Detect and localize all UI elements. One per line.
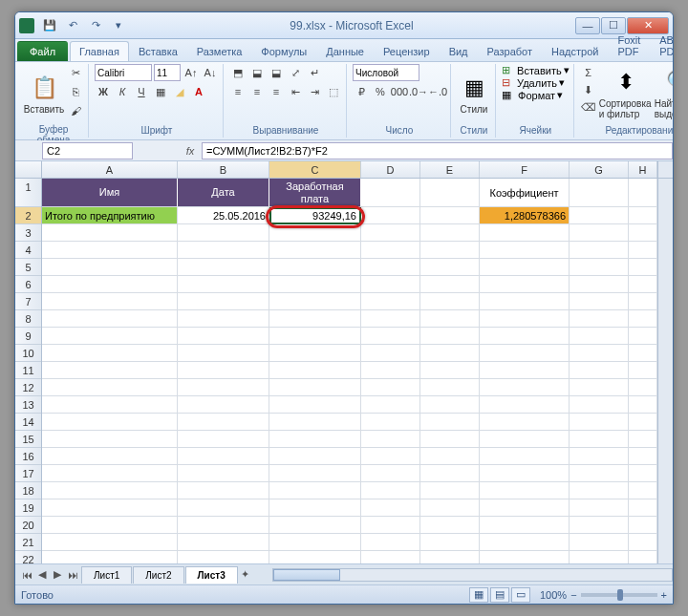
sheet-tab[interactable]: Лист1 — [81, 566, 132, 584]
underline-icon[interactable]: Ч — [133, 83, 150, 100]
row-header[interactable]: 8 — [15, 310, 41, 328]
cell-b2[interactable]: 25.05.2016 — [178, 207, 269, 224]
sheet-nav-prev-icon[interactable]: ◀ — [34, 567, 50, 583]
decrease-decimal-icon[interactable]: ←.0 — [429, 83, 446, 100]
col-header-d[interactable]: D — [361, 161, 420, 178]
row-header[interactable]: 16 — [15, 448, 41, 465]
increase-indent-icon[interactable]: ⇥ — [306, 83, 323, 100]
row-header[interactable]: 3 — [15, 224, 41, 242]
minimize-button[interactable]: — — [575, 17, 600, 34]
select-all-corner[interactable] — [15, 161, 42, 178]
find-select-button[interactable]: 🔍 Найти и выделить — [655, 64, 674, 123]
cut-icon[interactable]: ✂ — [67, 64, 84, 81]
tab-layout[interactable]: Разметка — [187, 41, 252, 61]
row-header[interactable]: 7 — [15, 293, 41, 310]
wrap-text-icon[interactable]: ↵ — [306, 64, 323, 81]
number-format-select[interactable] — [353, 64, 419, 81]
row-header[interactable]: 4 — [15, 242, 41, 259]
fx-icon[interactable]: fx — [181, 142, 200, 159]
align-left-icon[interactable]: ≡ — [229, 83, 247, 100]
row-header[interactable]: 15 — [15, 431, 41, 448]
row-header[interactable]: 9 — [15, 328, 41, 345]
tab-addins[interactable]: Надстрой — [542, 41, 608, 61]
cell-a2[interactable]: Итого по предприятию — [42, 207, 178, 224]
save-icon[interactable]: 💾 — [40, 16, 59, 35]
zoom-level[interactable]: 100% — [540, 589, 567, 601]
sheet-nav-next-icon[interactable]: ▶ — [50, 567, 65, 583]
merge-icon[interactable]: ⬚ — [325, 83, 342, 100]
font-color-icon[interactable]: A — [190, 83, 207, 100]
redo-icon[interactable]: ↷ — [86, 16, 105, 35]
tab-insert[interactable]: Вставка — [129, 41, 187, 61]
horizontal-scrollbar[interactable] — [272, 568, 673, 582]
delete-cells-button[interactable]: ⊟ Удалить ▾ — [502, 76, 565, 89]
col-header-e[interactable]: E — [420, 161, 480, 178]
zoom-slider[interactable] — [581, 593, 657, 597]
cell-f2[interactable]: 1,280578366 — [480, 207, 570, 224]
sort-filter-button[interactable]: ⬍ Сортировка и фильтр — [599, 64, 653, 123]
tab-foxit[interactable]: Foxit PDF — [608, 30, 650, 61]
font-name-select[interactable] — [95, 64, 152, 81]
tab-data[interactable]: Данные — [316, 41, 374, 61]
normal-view-icon[interactable]: ▦ — [469, 587, 488, 603]
cell-header[interactable]: Имя — [42, 179, 178, 207]
shrink-font-icon[interactable]: A↓ — [202, 64, 219, 81]
bold-icon[interactable]: Ж — [95, 83, 112, 100]
new-sheet-icon[interactable]: ✦ — [238, 567, 253, 583]
fill-color-icon[interactable]: ◢ — [171, 83, 188, 100]
increase-decimal-icon[interactable]: .0→ — [410, 83, 427, 100]
row-header[interactable]: 10 — [15, 345, 41, 362]
row-header[interactable]: 1 — [15, 179, 41, 207]
col-header-a[interactable]: A — [42, 161, 178, 178]
align-center-icon[interactable]: ≡ — [248, 83, 266, 100]
styles-button[interactable]: ▦ Стили — [457, 64, 491, 123]
sheet-tab[interactable]: Лист3 — [185, 566, 238, 584]
row-header[interactable]: 11 — [15, 362, 41, 379]
qat-dropdown-icon[interactable]: ▾ — [109, 16, 128, 35]
col-header-f[interactable]: F — [480, 161, 570, 178]
row-header[interactable]: 22 — [15, 551, 41, 563]
align-top-icon[interactable]: ⬒ — [229, 64, 247, 81]
row-header[interactable]: 12 — [15, 379, 41, 396]
zoom-out-icon[interactable]: − — [570, 589, 576, 601]
cell-header[interactable]: Заработная плата — [269, 179, 361, 207]
col-header-c[interactable]: C — [269, 161, 361, 178]
row-header[interactable]: 14 — [15, 414, 41, 431]
tab-abbyy[interactable]: ABBYY PDF — [650, 30, 674, 61]
row-header[interactable]: 20 — [15, 517, 41, 534]
orientation-icon[interactable]: ⤢ — [287, 64, 304, 81]
copy-icon[interactable]: ⎘ — [67, 83, 84, 100]
col-header-g[interactable]: G — [570, 161, 629, 178]
col-header-b[interactable]: B — [178, 161, 269, 178]
page-break-view-icon[interactable]: ▭ — [511, 587, 530, 603]
undo-icon[interactable]: ↶ — [63, 16, 82, 35]
cells-area[interactable]: Имя Дата Заработная плата Коэффициент Ит… — [42, 179, 657, 563]
row-header[interactable]: 5 — [15, 259, 41, 276]
name-box[interactable]: C2 — [42, 142, 133, 159]
format-painter-icon[interactable]: 🖌 — [67, 102, 84, 119]
row-header[interactable]: 19 — [15, 499, 41, 517]
tab-home[interactable]: Главная — [70, 41, 129, 61]
row-header[interactable]: 2 — [15, 207, 41, 224]
comma-icon[interactable]: 000 — [391, 83, 408, 100]
decrease-indent-icon[interactable]: ⇤ — [287, 83, 304, 100]
tab-formulas[interactable]: Формулы — [251, 41, 316, 61]
tab-view[interactable]: Вид — [440, 41, 478, 61]
row-header[interactable]: 21 — [15, 534, 41, 551]
cell-c2[interactable]: 93249,16 — [269, 207, 361, 224]
align-bottom-icon[interactable]: ⬓ — [268, 64, 285, 81]
tab-review[interactable]: Рецензир — [374, 41, 440, 61]
border-icon[interactable]: ▦ — [152, 83, 169, 100]
format-cells-button[interactable]: ▦ Формат ▾ — [502, 89, 563, 101]
font-size-select[interactable] — [154, 64, 181, 81]
vertical-scrollbar[interactable] — [657, 179, 673, 563]
grow-font-icon[interactable]: A↑ — [183, 64, 200, 81]
sheet-nav-first-icon[interactable]: ⏮ — [19, 567, 34, 583]
italic-icon[interactable]: К — [114, 83, 131, 100]
tab-file[interactable]: Файл — [17, 41, 68, 61]
page-layout-view-icon[interactable]: ▤ — [490, 587, 509, 603]
percent-icon[interactable]: % — [372, 83, 389, 100]
formula-input[interactable]: =СУММ(Лист2!B2:B7)*F2 — [202, 142, 673, 159]
align-right-icon[interactable]: ≡ — [268, 83, 285, 100]
zoom-in-icon[interactable]: + — [661, 589, 667, 601]
